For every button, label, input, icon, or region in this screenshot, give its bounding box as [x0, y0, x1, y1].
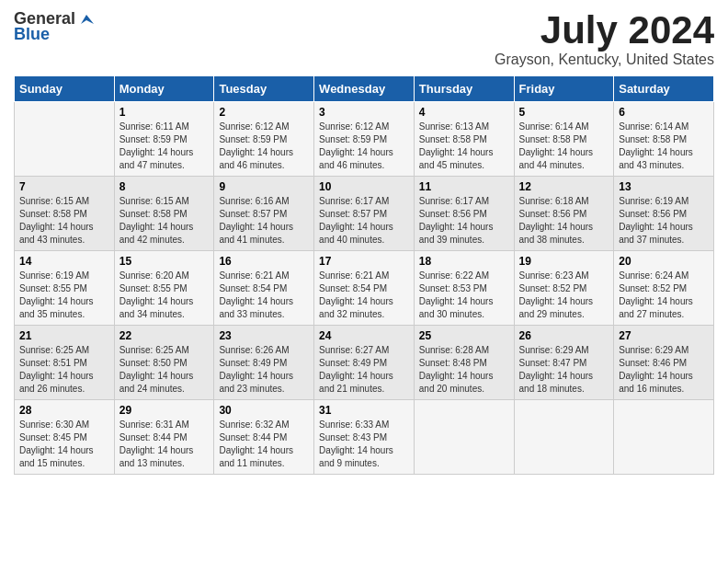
day-info: Sunrise: 6:15 AMSunset: 8:58 PMDaylight:…: [119, 195, 210, 247]
day-info: Sunrise: 6:11 AMSunset: 8:59 PMDaylight:…: [119, 121, 210, 172]
calendar-cell: 18Sunrise: 6:22 AMSunset: 8:53 PMDayligh…: [414, 251, 514, 326]
day-number: 13: [619, 180, 709, 193]
day-number: 29: [119, 404, 210, 417]
calendar-cell: 9Sunrise: 6:16 AMSunset: 8:57 PMDaylight…: [214, 177, 314, 251]
day-number: 8: [119, 180, 210, 193]
calendar-cell: 25Sunrise: 6:28 AMSunset: 8:48 PMDayligh…: [414, 326, 514, 400]
day-number: 9: [219, 180, 309, 193]
day-info: Sunrise: 6:24 AMSunset: 8:52 PMDaylight:…: [619, 270, 709, 321]
calendar-cell: 8Sunrise: 6:15 AMSunset: 8:58 PMDaylight…: [114, 177, 214, 251]
calendar-cell: 26Sunrise: 6:29 AMSunset: 8:47 PMDayligh…: [514, 326, 614, 400]
day-info: Sunrise: 6:19 AMSunset: 8:55 PMDaylight:…: [19, 270, 109, 321]
calendar-table: SundayMondayTuesdayWednesdayThursdayFrid…: [14, 75, 714, 475]
calendar-cell: [614, 400, 714, 475]
day-number: 5: [519, 106, 609, 119]
day-number: 27: [619, 329, 709, 342]
day-info: Sunrise: 6:20 AMSunset: 8:55 PMDaylight:…: [119, 270, 210, 321]
calendar-cell: 16Sunrise: 6:21 AMSunset: 8:54 PMDayligh…: [214, 251, 314, 326]
day-number: 28: [19, 404, 109, 417]
calendar-cell: 10Sunrise: 6:17 AMSunset: 8:57 PMDayligh…: [314, 177, 415, 251]
day-number: 4: [419, 106, 509, 119]
day-info: Sunrise: 6:12 AMSunset: 8:59 PMDaylight:…: [219, 121, 309, 172]
logo-blue-text: Blue: [14, 25, 50, 44]
day-info: Sunrise: 6:12 AMSunset: 8:59 PMDaylight:…: [319, 121, 409, 172]
day-info: Sunrise: 6:17 AMSunset: 8:57 PMDaylight:…: [319, 195, 409, 247]
weekday-header-sunday: Sunday: [15, 76, 115, 102]
calendar-cell: 14Sunrise: 6:19 AMSunset: 8:55 PMDayligh…: [15, 251, 115, 326]
calendar-cell: 19Sunrise: 6:23 AMSunset: 8:52 PMDayligh…: [514, 251, 614, 326]
calendar-cell: 27Sunrise: 6:29 AMSunset: 8:46 PMDayligh…: [614, 326, 714, 400]
day-info: Sunrise: 6:14 AMSunset: 8:58 PMDaylight:…: [519, 121, 609, 172]
calendar-cell: 5Sunrise: 6:14 AMSunset: 8:58 PMDaylight…: [514, 102, 614, 177]
day-number: 14: [19, 255, 109, 268]
day-number: 30: [219, 404, 309, 417]
calendar-cell: 17Sunrise: 6:21 AMSunset: 8:54 PMDayligh…: [314, 251, 415, 326]
calendar-cell: 28Sunrise: 6:30 AMSunset: 8:45 PMDayligh…: [15, 400, 115, 475]
day-number: 6: [619, 106, 709, 119]
calendar-cell: 4Sunrise: 6:13 AMSunset: 8:58 PMDaylight…: [414, 102, 514, 177]
day-info: Sunrise: 6:16 AMSunset: 8:57 PMDaylight:…: [219, 195, 309, 247]
day-info: Sunrise: 6:29 AMSunset: 8:46 PMDaylight:…: [619, 344, 709, 396]
weekday-header-friday: Friday: [514, 76, 614, 102]
day-info: Sunrise: 6:21 AMSunset: 8:54 PMDaylight:…: [319, 270, 409, 321]
calendar-week-row: 28Sunrise: 6:30 AMSunset: 8:45 PMDayligh…: [15, 400, 714, 475]
weekday-header-row: SundayMondayTuesdayWednesdayThursdayFrid…: [15, 76, 714, 102]
day-info: Sunrise: 6:29 AMSunset: 8:47 PMDaylight:…: [519, 344, 609, 396]
calendar-cell: 15Sunrise: 6:20 AMSunset: 8:55 PMDayligh…: [114, 251, 214, 326]
calendar-week-row: 1Sunrise: 6:11 AMSunset: 8:59 PMDaylight…: [15, 102, 714, 177]
calendar-cell: 22Sunrise: 6:25 AMSunset: 8:50 PMDayligh…: [114, 326, 214, 400]
calendar-week-row: 21Sunrise: 6:25 AMSunset: 8:51 PMDayligh…: [15, 326, 714, 400]
svg-marker-0: [81, 15, 94, 24]
day-info: Sunrise: 6:13 AMSunset: 8:58 PMDaylight:…: [419, 121, 509, 172]
calendar-week-row: 7Sunrise: 6:15 AMSunset: 8:58 PMDaylight…: [15, 177, 714, 251]
day-info: Sunrise: 6:21 AMSunset: 8:54 PMDaylight:…: [219, 270, 309, 321]
title-section: July 2024 Grayson, Kentucky, United Stat…: [495, 9, 714, 68]
calendar-cell: 13Sunrise: 6:19 AMSunset: 8:56 PMDayligh…: [614, 177, 714, 251]
day-info: Sunrise: 6:18 AMSunset: 8:56 PMDaylight:…: [519, 195, 609, 247]
day-number: 16: [219, 255, 309, 268]
day-info: Sunrise: 6:31 AMSunset: 8:44 PMDaylight:…: [119, 419, 210, 470]
logo: General Blue: [14, 9, 94, 44]
calendar-cell: [15, 102, 115, 177]
calendar-cell: 20Sunrise: 6:24 AMSunset: 8:52 PMDayligh…: [614, 251, 714, 326]
location-subtitle: Grayson, Kentucky, United States: [495, 52, 714, 68]
page-header: General Blue July 2024 Grayson, Kentucky…: [14, 9, 714, 68]
day-number: 31: [319, 404, 409, 417]
day-number: 10: [319, 180, 409, 193]
day-number: 7: [19, 180, 109, 193]
calendar-cell: 24Sunrise: 6:27 AMSunset: 8:49 PMDayligh…: [314, 326, 415, 400]
day-info: Sunrise: 6:28 AMSunset: 8:48 PMDaylight:…: [419, 344, 509, 396]
day-number: 15: [119, 255, 210, 268]
day-number: 3: [319, 106, 409, 119]
day-number: 18: [419, 255, 509, 268]
day-number: 25: [419, 329, 509, 342]
day-info: Sunrise: 6:25 AMSunset: 8:50 PMDaylight:…: [119, 344, 210, 396]
day-info: Sunrise: 6:17 AMSunset: 8:56 PMDaylight:…: [419, 195, 509, 247]
calendar-cell: 2Sunrise: 6:12 AMSunset: 8:59 PMDaylight…: [214, 102, 314, 177]
day-number: 21: [19, 329, 109, 342]
calendar-cell: 21Sunrise: 6:25 AMSunset: 8:51 PMDayligh…: [15, 326, 115, 400]
day-info: Sunrise: 6:26 AMSunset: 8:49 PMDaylight:…: [219, 344, 309, 396]
calendar-cell: 30Sunrise: 6:32 AMSunset: 8:44 PMDayligh…: [214, 400, 314, 475]
day-number: 20: [619, 255, 709, 268]
calendar-cell: 23Sunrise: 6:26 AMSunset: 8:49 PMDayligh…: [214, 326, 314, 400]
day-number: 2: [219, 106, 309, 119]
day-number: 26: [519, 329, 609, 342]
day-info: Sunrise: 6:32 AMSunset: 8:44 PMDaylight:…: [219, 419, 309, 470]
weekday-header-monday: Monday: [114, 76, 214, 102]
day-info: Sunrise: 6:30 AMSunset: 8:45 PMDaylight:…: [19, 419, 109, 470]
day-info: Sunrise: 6:14 AMSunset: 8:58 PMDaylight:…: [619, 121, 709, 172]
calendar-cell: 11Sunrise: 6:17 AMSunset: 8:56 PMDayligh…: [414, 177, 514, 251]
day-info: Sunrise: 6:23 AMSunset: 8:52 PMDaylight:…: [519, 270, 609, 321]
day-info: Sunrise: 6:25 AMSunset: 8:51 PMDaylight:…: [19, 344, 109, 396]
calendar-cell: 7Sunrise: 6:15 AMSunset: 8:58 PMDaylight…: [15, 177, 115, 251]
weekday-header-saturday: Saturday: [614, 76, 714, 102]
day-number: 12: [519, 180, 609, 193]
calendar-cell: 1Sunrise: 6:11 AMSunset: 8:59 PMDaylight…: [114, 102, 214, 177]
day-number: 1: [119, 106, 210, 119]
calendar-cell: 29Sunrise: 6:31 AMSunset: 8:44 PMDayligh…: [114, 400, 214, 475]
month-title: July 2024: [495, 9, 714, 52]
calendar-cell: 6Sunrise: 6:14 AMSunset: 8:58 PMDaylight…: [614, 102, 714, 177]
calendar-cell: 12Sunrise: 6:18 AMSunset: 8:56 PMDayligh…: [514, 177, 614, 251]
day-info: Sunrise: 6:33 AMSunset: 8:43 PMDaylight:…: [319, 419, 409, 470]
